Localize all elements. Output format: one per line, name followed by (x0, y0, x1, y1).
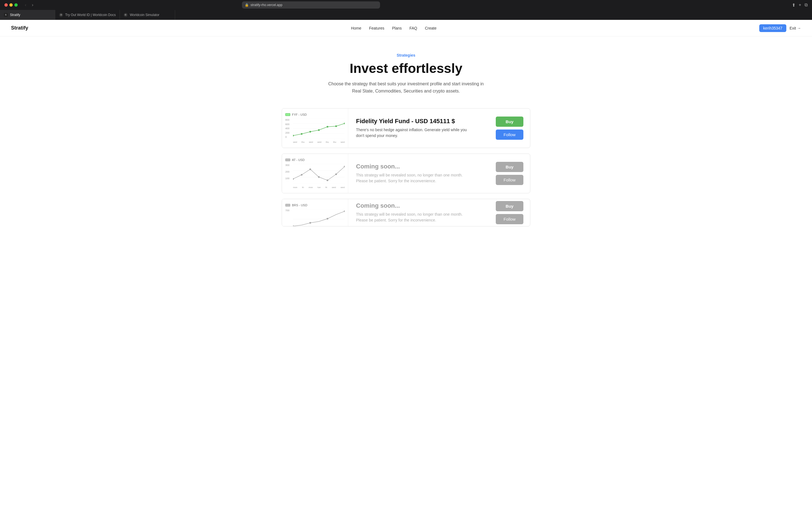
main-content: Strategies Invest effortlessly Choose th… (0, 36, 812, 237)
app-header: Stratify Home Features Plans FAQ Create … (0, 20, 812, 36)
address-bar[interactable]: 🔒 stratify-rho.vercel.app (242, 1, 380, 9)
minimize-window-button[interactable] (10, 3, 13, 6)
share-button[interactable]: ⬆ (792, 2, 795, 8)
svg-point-18 (309, 168, 311, 170)
close-window-button[interactable] (4, 3, 8, 6)
tab-worldcoin-sim-label: Worldcoin Simulator (130, 13, 159, 17)
svg-point-26 (293, 225, 294, 226)
buy-button-brs[interactable]: Buy (496, 201, 523, 211)
tab-bar: S Stratify ⊙ Try Out World ID | Worldcoi… (0, 10, 812, 20)
legend-color-brs (285, 204, 290, 207)
chart-panel-at: AT - USD 300200100 (282, 154, 348, 193)
svg-point-21 (335, 173, 337, 175)
follow-button-brs[interactable]: Follow (496, 214, 523, 224)
svg-point-5 (293, 135, 294, 136)
strategy-list: FYF - USD 8006004002000 (282, 108, 530, 226)
info-panel-brs: Coming soon... This strategy will be rev… (348, 199, 489, 226)
svg-point-19 (318, 176, 320, 178)
chart-label-fyf: FYF - USD (292, 113, 307, 116)
new-tab-button[interactable]: + (799, 2, 801, 8)
strategy-desc-at: This strategy will be revealed soon, no … (356, 172, 472, 184)
svg-point-6 (301, 133, 302, 135)
nav-features[interactable]: Features (369, 26, 384, 30)
action-panel-brs: Buy Follow (489, 199, 530, 226)
exit-label: Exit (789, 26, 796, 30)
tab-overview-button[interactable]: ⧉ (804, 2, 808, 8)
lock-icon: 🔒 (245, 3, 249, 7)
window-controls (4, 3, 18, 6)
chart-legend-fyf: FYF - USD (285, 113, 345, 116)
browser-titlebar: ‹ › 🔒 stratify-rho.vercel.app ⬆ + ⧉ (0, 0, 812, 10)
tab-worldcoin-docs[interactable]: ⊙ Try Out World ID | Worldcoin Docs (55, 10, 120, 19)
svg-point-7 (309, 131, 311, 133)
worldcoin-docs-favicon: ⊙ (59, 13, 63, 17)
svg-point-17 (301, 174, 302, 176)
nav-create[interactable]: Create (425, 26, 437, 30)
maximize-window-button[interactable] (14, 3, 18, 6)
stratify-favicon: S (4, 13, 8, 17)
back-button[interactable]: ‹ (23, 1, 28, 9)
info-panel-at: Coming soon... This strategy will be rev… (348, 154, 489, 193)
chart-x-labels-fyf: wedthuwedwedthuthuwed (293, 141, 345, 143)
browser-navigation: ‹ › (23, 1, 35, 9)
hero-label: Strategies (11, 53, 801, 57)
strategy-card-fyf: FYF - USD 8006004002000 (282, 108, 530, 148)
svg-point-9 (327, 126, 329, 128)
worldcoin-sim-favicon: ⊙ (124, 13, 128, 17)
chart-svg-at (293, 164, 345, 184)
hero-section: Strategies Invest effortlessly Choose th… (11, 53, 801, 94)
action-panel-fyf: Buy Follow (489, 108, 530, 148)
chart-svg-fyf (293, 118, 345, 138)
action-panel-at: Buy Follow (489, 154, 530, 193)
nav-home[interactable]: Home (351, 26, 361, 30)
svg-point-8 (318, 129, 320, 131)
strategy-title-brs: Coming soon... (356, 202, 481, 209)
forward-button[interactable]: › (30, 1, 35, 9)
app-nav: Home Features Plans FAQ Create (351, 26, 437, 30)
strategy-card-brs: BRS - USD 700500 (282, 199, 530, 226)
tab-worldcoin-sim[interactable]: ⊙ Worldcoin Simulator (120, 10, 175, 19)
exit-icon: → (797, 26, 801, 30)
legend-color-fyf (285, 113, 290, 116)
svg-point-29 (344, 210, 345, 212)
tab-worldcoin-docs-label: Try Out World ID | Worldcoin Docs (65, 13, 116, 17)
strategy-desc-brs: This strategy will be revealed soon, no … (356, 211, 472, 223)
svg-point-10 (335, 126, 337, 127)
chart-svg-brs (293, 209, 345, 226)
nav-plans[interactable]: Plans (392, 26, 402, 30)
url-text: stratify-rho.vercel.app (250, 3, 282, 7)
chart-area-brs: 700500 (285, 209, 345, 226)
user-badge[interactable]: kerih35347 (759, 24, 786, 32)
buy-button-fyf[interactable]: Buy (496, 117, 523, 127)
chart-y-labels-brs: 700500 (285, 209, 292, 226)
nav-faq[interactable]: FAQ (409, 26, 417, 30)
exit-button[interactable]: Exit → (789, 26, 801, 30)
chart-label-at: AT - USD (292, 158, 305, 162)
app-logo: Stratify (11, 25, 28, 31)
strategy-title-fyf: Fidelity Yield Fund - USD 145111 $ (356, 118, 481, 125)
legend-color-at (285, 159, 290, 161)
chart-y-labels-at: 300200100 (285, 164, 292, 184)
hero-title: Invest effortlessly (11, 61, 801, 76)
chart-y-labels-fyf: 8006004002000 (285, 118, 292, 138)
browser-actions: ⬆ + ⧉ (792, 2, 808, 8)
strategy-title-at: Coming soon... (356, 163, 481, 170)
svg-point-11 (344, 122, 345, 124)
chart-panel-fyf: FYF - USD 8006004002000 (282, 108, 348, 148)
chart-area-fyf: 8006004002000 (285, 118, 345, 143)
follow-button-fyf[interactable]: Follow (496, 130, 523, 140)
chart-panel-brs: BRS - USD 700500 (282, 199, 348, 226)
chart-legend-at: AT - USD (285, 158, 345, 162)
tab-stratify[interactable]: S Stratify (0, 10, 55, 19)
strategy-card-at: AT - USD 300200100 (282, 153, 530, 193)
info-panel-fyf: Fidelity Yield Fund - USD 145111 $ There… (348, 108, 489, 148)
buy-button-at[interactable]: Buy (496, 162, 523, 172)
hero-description: Choose the strategy that best suits your… (323, 80, 489, 94)
svg-point-20 (327, 179, 329, 181)
chart-label-brs: BRS - USD (292, 204, 307, 207)
svg-point-28 (327, 218, 329, 220)
header-right: kerih35347 Exit → (759, 24, 801, 32)
follow-button-at[interactable]: Follow (496, 175, 523, 185)
tab-stratify-label: Stratify (10, 13, 20, 17)
strategy-desc-fyf: There's no best hedge against inflation.… (356, 127, 472, 138)
